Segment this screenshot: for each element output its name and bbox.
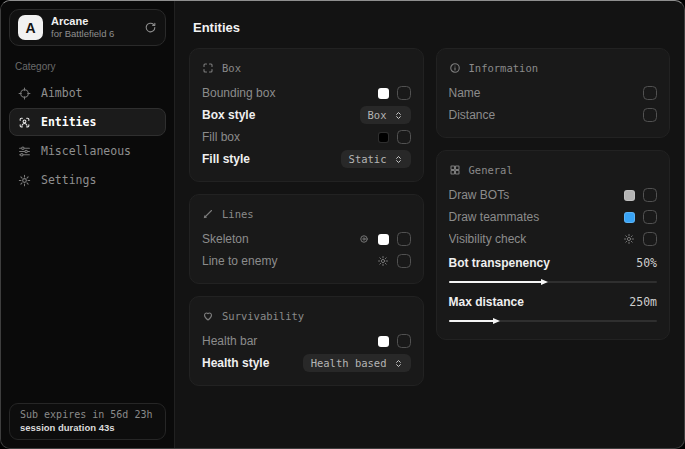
checkbox[interactable] (643, 86, 657, 100)
health-style-dropdown[interactable]: Health based (303, 354, 411, 372)
setting-row-draw-bots: Draw BOTs (449, 184, 658, 206)
chevron-updown-icon (394, 359, 403, 368)
checkbox[interactable] (643, 232, 657, 246)
sidebar-item-aimbot[interactable]: Aimbot (9, 79, 166, 107)
setting-row-line-to-enemy: Line to enemy (202, 250, 411, 272)
sub-expiry-text: Sub expires in 56d 23h (20, 409, 155, 420)
checkbox[interactable] (397, 334, 411, 348)
setting-row-fill-style: Fill style Static (202, 148, 411, 170)
color-swatch[interactable] (624, 190, 635, 201)
checkbox[interactable] (397, 232, 411, 246)
chevron-updown-icon (394, 155, 403, 164)
refresh-icon[interactable] (144, 21, 157, 34)
setting-label: Box style (202, 108, 360, 122)
checkbox[interactable] (397, 86, 411, 100)
sidebar-item-miscellaneous[interactable]: Miscellaneous (9, 137, 166, 165)
subscription-info-card: Sub expires in 56d 23h session duration … (9, 403, 166, 440)
checkbox[interactable] (397, 130, 411, 144)
main-panel: Entities Box Bounding box (175, 1, 684, 448)
category-label: Category (15, 61, 160, 72)
card-general: General Draw BOTs Draw teammates (436, 150, 671, 340)
entities-scan-icon (18, 116, 31, 129)
color-swatch[interactable] (378, 234, 389, 245)
line-icon (202, 208, 214, 220)
card-survivability: Survivability Health bar Health style (189, 296, 424, 386)
card-title: Box (222, 62, 241, 74)
dropdown-value: Health based (311, 357, 387, 369)
heart-icon (202, 310, 214, 322)
line-config-gear-icon[interactable] (377, 255, 389, 267)
page-title: Entities (193, 20, 670, 35)
setting-label: Bounding box (202, 86, 378, 100)
setting-label: Fill box (202, 130, 378, 144)
app-title-block: Arcane for Battlefield 6 (51, 15, 114, 41)
app-window: A Arcane for Battlefield 6 Category Aimb… (0, 0, 685, 449)
setting-label: Skeleton (202, 232, 358, 246)
grid-icon (449, 164, 461, 176)
setting-row-max-distance: Max distance 250m (449, 289, 658, 328)
slider-value: 50% (636, 256, 657, 270)
sidebar-item-label: Settings (41, 173, 96, 187)
sidebar-item-settings[interactable]: Settings (9, 166, 166, 194)
setting-row-visibility-check: Visibility check (449, 228, 658, 250)
sidebar-item-label: Aimbot (41, 86, 83, 100)
app-subtitle: for Battlefield 6 (51, 28, 114, 40)
slider-fill (449, 320, 495, 322)
setting-label: Max distance (449, 295, 630, 309)
crosshair-icon (18, 87, 31, 100)
chevron-updown-icon (394, 111, 403, 120)
setting-row-name: Name (449, 82, 658, 104)
slider-value: 250m (629, 295, 657, 309)
setting-label: Draw teammates (449, 210, 625, 224)
setting-label: Fill style (202, 152, 341, 166)
skeleton-config-gear-icon[interactable] (358, 233, 370, 245)
setting-label: Bot transpenency (449, 256, 637, 270)
setting-label: Line to enemy (202, 254, 377, 268)
max-distance-slider[interactable] (449, 320, 658, 322)
color-swatch[interactable] (378, 132, 389, 143)
checkbox[interactable] (643, 108, 657, 122)
setting-row-skeleton: Skeleton (202, 228, 411, 250)
card-title: General (469, 164, 513, 176)
checkbox[interactable] (397, 254, 411, 268)
setting-row-bot-transpenency: Bot transpenency 50% (449, 250, 658, 289)
gear-icon (18, 174, 31, 187)
color-swatch[interactable] (378, 336, 389, 347)
box-style-dropdown[interactable]: Box (360, 106, 411, 124)
checkbox[interactable] (643, 188, 657, 202)
card-title: Lines (222, 208, 254, 220)
setting-label: Name (449, 86, 644, 100)
color-swatch[interactable] (378, 88, 389, 99)
card-title: Information (469, 62, 539, 74)
setting-label: Distance (449, 108, 644, 122)
slider-handle[interactable] (541, 279, 548, 285)
visibility-config-gear-icon[interactable] (623, 233, 635, 245)
session-duration-text: session duration 43s (20, 422, 155, 433)
card-title: Survivability (222, 310, 304, 322)
sidebar-item-entities[interactable]: Entities (9, 108, 166, 136)
setting-label: Health bar (202, 334, 378, 348)
slider-fill (449, 281, 543, 283)
card-information: Information Name Distance (436, 48, 671, 138)
setting-row-health-style: Health style Health based (202, 352, 411, 374)
app-logo: A (18, 15, 43, 40)
setting-row-bounding-box: Bounding box (202, 82, 411, 104)
setting-label: Draw BOTs (449, 188, 625, 202)
card-lines: Lines Skeleton (189, 194, 424, 284)
checkbox[interactable] (643, 210, 657, 224)
sidebar-item-label: Miscellaneous (41, 144, 131, 158)
setting-row-draw-teammates: Draw teammates (449, 206, 658, 228)
info-icon (449, 62, 461, 74)
sidebar-nav: Aimbot Entities Miscella (9, 79, 166, 194)
app-name: Arcane (51, 15, 114, 29)
setting-row-box-style: Box style Box (202, 104, 411, 126)
fill-style-dropdown[interactable]: Static (341, 150, 411, 168)
setting-row-health-bar: Health bar (202, 330, 411, 352)
card-box: Box Bounding box Box style Box (189, 48, 424, 182)
sliders-icon (18, 145, 31, 158)
setting-label: Health style (202, 356, 303, 370)
dropdown-value: Box (368, 109, 387, 121)
color-swatch[interactable] (624, 212, 635, 223)
slider-handle[interactable] (493, 318, 500, 324)
bot-transpenency-slider[interactable] (449, 281, 658, 283)
